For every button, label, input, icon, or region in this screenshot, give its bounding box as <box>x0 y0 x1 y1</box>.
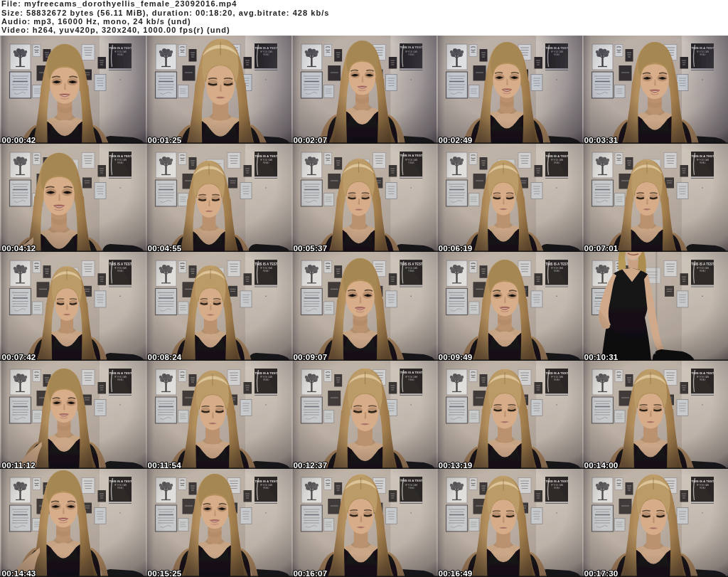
svg-text:00:14:43: 00:14:43 <box>2 568 36 577</box>
svg-text:00:03:31: 00:03:31 <box>584 135 619 144</box>
svg-text:00:01:25: 00:01:25 <box>148 135 182 144</box>
svg-text:00:08:24: 00:08:24 <box>148 352 182 361</box>
svg-text:00:02:49: 00:02:49 <box>439 135 473 144</box>
svg-text:00:04:12: 00:04:12 <box>2 243 36 252</box>
svg-text:00:04:55: 00:04:55 <box>148 243 182 252</box>
svg-text:00:02:07: 00:02:07 <box>293 136 327 144</box>
svg-text:00:07:42: 00:07:42 <box>2 352 36 361</box>
svg-text:00:10:31: 00:10:31 <box>584 352 619 361</box>
svg-text:00:09:07: 00:09:07 <box>293 352 327 361</box>
svg-text:00:00:42: 00:00:42 <box>2 135 36 144</box>
svg-text:00:06:19: 00:06:19 <box>439 243 473 252</box>
svg-text:00:09:49: 00:09:49 <box>439 352 473 361</box>
svg-text:00:13:19: 00:13:19 <box>439 460 473 469</box>
svg-text:00:12:37: 00:12:37 <box>293 461 327 469</box>
svg-text:00:14:00: 00:14:00 <box>584 460 619 469</box>
svg-text:00:05:37: 00:05:37 <box>293 244 327 252</box>
svg-text:00:15:25: 00:15:25 <box>148 568 182 577</box>
svg-text:00:17:30: 00:17:30 <box>584 568 619 577</box>
svg-text:00:07:01: 00:07:01 <box>584 243 619 252</box>
svg-text:00:16:49: 00:16:49 <box>439 568 473 577</box>
svg-text:00:11:12: 00:11:12 <box>2 460 36 469</box>
svg-text:00:11:54: 00:11:54 <box>148 460 182 469</box>
svg-text:00:16:07: 00:16:07 <box>293 569 327 577</box>
